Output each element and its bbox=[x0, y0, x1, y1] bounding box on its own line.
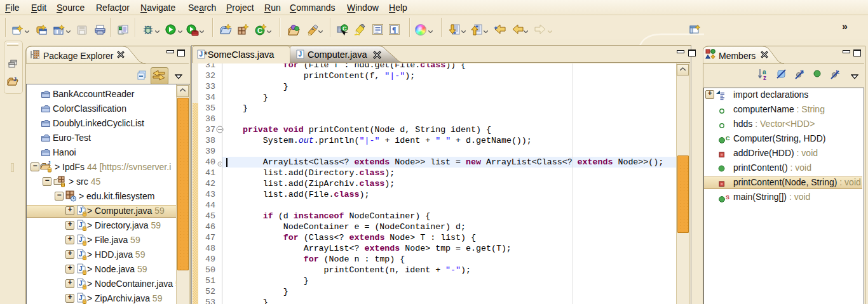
svg-text:J: J bbox=[48, 161, 50, 166]
svg-text:C: C bbox=[342, 25, 347, 32]
svg-text:J: J bbox=[79, 294, 83, 301]
svg-text:J: J bbox=[79, 265, 83, 272]
svg-text:S: S bbox=[726, 194, 729, 201]
svg-text:J: J bbox=[299, 51, 302, 58]
svg-text:¶: ¶ bbox=[392, 25, 396, 34]
svg-text:J: J bbox=[224, 25, 226, 30]
svg-text:C: C bbox=[726, 135, 730, 142]
svg-text:J: J bbox=[13, 76, 17, 83]
svg-text:z: z bbox=[763, 74, 766, 81]
svg-text:J: J bbox=[79, 207, 83, 214]
svg-text:J: J bbox=[79, 236, 83, 243]
svg-text:C: C bbox=[257, 27, 262, 34]
svg-text:J: J bbox=[79, 221, 83, 228]
svg-text:J: J bbox=[200, 51, 203, 58]
svg-text:J: J bbox=[79, 251, 83, 258]
svg-text:J: J bbox=[79, 280, 83, 287]
